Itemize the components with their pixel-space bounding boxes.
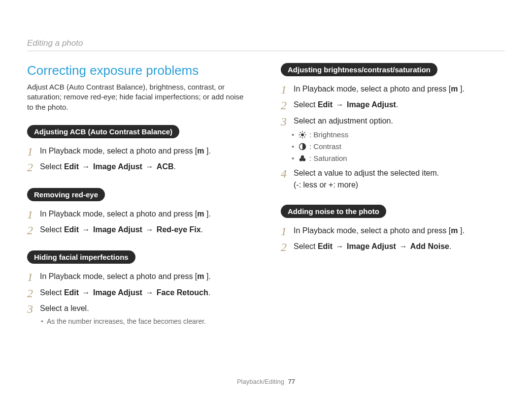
arrow-icon: → <box>336 241 344 252</box>
step-text: In Playback mode, select a photo and pre… <box>294 83 465 95</box>
menu-path-item: Edit <box>318 242 332 250</box>
subsection-pill-noise: Adding noise to the photo <box>281 205 386 218</box>
text-fragment: . <box>208 288 210 297</box>
menu-path-item: Add Noise <box>410 242 449 250</box>
step-text: Select Edit → Image Adjust → Red-eye Fix… <box>40 224 203 236</box>
step-row: 2 Select Edit → Image Adjust. <box>281 99 505 112</box>
step-row: 1 In Playback mode, select a photo and p… <box>281 225 505 238</box>
text-fragment: . <box>174 162 176 171</box>
subsection-pill-bcs: Adjusting brightness/contrast/saturation <box>281 63 437 76</box>
svg-point-10 <box>301 155 304 158</box>
step-text: Select a value to adjust the selected it… <box>294 167 439 191</box>
step-number: 2 <box>27 161 40 174</box>
text-fragment: In Playback mode, select a photo and pre… <box>294 226 451 235</box>
step-number: 2 <box>27 224 40 237</box>
step-number: 1 <box>281 225 294 238</box>
menu-path-item: Edit <box>64 288 79 297</box>
arrow-icon: → <box>82 224 90 236</box>
step-text: Select Edit → Image Adjust → ACB. <box>40 161 176 173</box>
left-column: Correcting exposure problems Adjust ACB … <box>27 63 251 340</box>
arrow-icon: → <box>82 161 90 173</box>
saturation-icon <box>299 154 306 162</box>
text-fragment: In Playback mode, select a photo and pre… <box>40 272 197 280</box>
contrast-icon <box>299 143 306 151</box>
content-columns: Correcting exposure problems Adjust ACB … <box>27 63 505 340</box>
svg-line-5 <box>300 132 301 133</box>
arrow-icon: → <box>82 287 90 299</box>
text-fragment: In Playback mode, select a photo and pre… <box>40 210 197 218</box>
key-label: m <box>197 210 204 218</box>
step-row: 2 Select Edit → Image Adjust → Add Noise… <box>281 241 505 253</box>
svg-point-0 <box>301 133 304 136</box>
option-saturation: : Saturation <box>294 153 393 164</box>
step-row: 3 Select a level. As the number increase… <box>27 303 251 327</box>
menu-path-item: Image Adjust <box>93 162 142 171</box>
step-number: 2 <box>281 99 294 112</box>
text-fragment: . <box>449 242 451 250</box>
step-text: In Playback mode, select a photo and pre… <box>40 145 211 157</box>
menu-path-item: Edit <box>64 162 79 171</box>
section-heading: Correcting exposure problems <box>27 63 251 78</box>
menu-path-item: Image Adjust <box>93 288 142 297</box>
breadcrumb: Editing a photo <box>27 38 83 48</box>
text-fragment: Select an adjustment option. <box>294 117 393 125</box>
footer-section: Playback/Editing <box>237 378 284 385</box>
text-fragment: Select a level. <box>40 304 89 312</box>
text-fragment: . <box>201 225 203 234</box>
text-fragment: Select <box>294 100 318 109</box>
key-label: m <box>197 147 204 155</box>
menu-path-item: Edit <box>318 100 332 109</box>
arrow-icon: → <box>145 287 153 299</box>
text-fragment: In Playback mode, select a photo and pre… <box>294 85 451 93</box>
step-text: In Playback mode, select a photo and pre… <box>294 225 465 237</box>
key-label: m <box>451 85 458 93</box>
svg-point-11 <box>299 158 302 161</box>
menu-path-item: Face Retouch <box>157 288 208 297</box>
option-list: : Brightness : Contrast : Saturation <box>294 129 393 164</box>
subsection-pill-facial: Hiding facial imperfections <box>27 250 135 264</box>
menu-path-item: ACB <box>157 162 174 171</box>
arrow-icon: → <box>145 161 153 173</box>
option-label: : Brightness <box>309 129 348 141</box>
subsection-pill-redeye: Removing red-eye <box>27 188 105 201</box>
steps-acb: 1 In Playback mode, select a photo and p… <box>27 145 251 174</box>
text-fragment: ]. <box>458 85 465 93</box>
text-fragment: Select a value to adjust the selected it… <box>294 169 439 177</box>
step-text: Select Edit → Image Adjust → Add Noise. <box>294 241 451 252</box>
arrow-icon: → <box>145 224 153 236</box>
step-number: 3 <box>281 115 294 128</box>
key-label: m <box>451 226 458 235</box>
arrow-icon: → <box>336 99 344 111</box>
footer-page-number: 77 <box>288 378 295 385</box>
step-number: 1 <box>27 271 40 283</box>
divider <box>27 51 505 51</box>
menu-path-item: Edit <box>64 225 79 234</box>
text-hint: (-: less or +: more) <box>294 181 358 189</box>
menu-path-item: Image Adjust <box>347 242 396 250</box>
arrow-icon: → <box>399 241 407 252</box>
text-fragment: ]. <box>458 226 465 235</box>
brightness-icon <box>299 131 306 139</box>
manual-page: Editing a photo Correcting exposure prob… <box>0 0 532 401</box>
step-text: Select Edit → Image Adjust → Face Retouc… <box>40 287 210 299</box>
step-number: 2 <box>27 287 40 300</box>
text-fragment: . <box>396 100 398 109</box>
step-text: In Playback mode, select a photo and pre… <box>40 208 211 220</box>
text-fragment: Select <box>294 242 318 250</box>
option-label: : Saturation <box>309 153 347 164</box>
step-row: 1 In Playback mode, select a photo and p… <box>27 208 251 221</box>
option-label: : Contrast <box>309 141 341 153</box>
text-fragment: ]. <box>204 210 211 218</box>
step-row: 2 Select Edit → Image Adjust → Face Reto… <box>27 287 251 300</box>
step-row: 1 In Playback mode, select a photo and p… <box>27 145 251 158</box>
step-number: 2 <box>281 241 294 253</box>
step-row: 1 In Playback mode, select a photo and p… <box>27 271 251 283</box>
option-contrast: : Contrast <box>294 141 393 153</box>
svg-line-6 <box>304 136 305 137</box>
svg-line-7 <box>300 136 301 137</box>
text-fragment: In Playback mode, select a photo and pre… <box>40 147 197 155</box>
option-brightness: : Brightness <box>294 129 393 141</box>
menu-path-item: Image Adjust <box>93 225 142 234</box>
steps-bcs: 1 In Playback mode, select a photo and p… <box>281 83 505 191</box>
page-footer: Playback/Editing 77 <box>0 378 532 385</box>
